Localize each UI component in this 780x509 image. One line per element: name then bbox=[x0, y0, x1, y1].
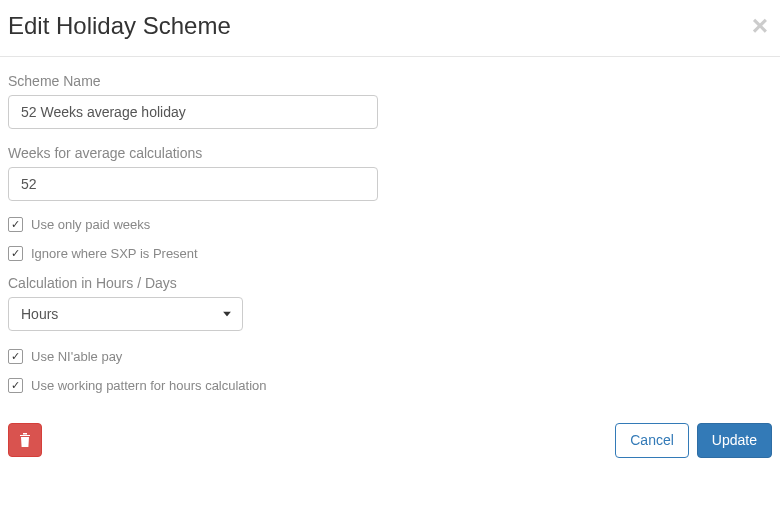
update-button[interactable]: Update bbox=[697, 423, 772, 458]
footer-actions: Cancel Update bbox=[615, 423, 772, 458]
ignore-sxp-label: Ignore where SXP is Present bbox=[31, 246, 198, 261]
use-paid-weeks-checkbox[interactable]: ✓ bbox=[8, 217, 23, 232]
use-niable-label: Use NI'able pay bbox=[31, 349, 122, 364]
ignore-sxp-row: ✓ Ignore where SXP is Present bbox=[8, 246, 772, 261]
use-working-pattern-checkbox[interactable]: ✓ bbox=[8, 378, 23, 393]
scheme-name-group: Scheme Name bbox=[8, 73, 772, 129]
cancel-button[interactable]: Cancel bbox=[615, 423, 689, 458]
calc-unit-label: Calculation in Hours / Days bbox=[8, 275, 772, 291]
close-icon[interactable]: × bbox=[748, 12, 772, 40]
scheme-name-label: Scheme Name bbox=[8, 73, 772, 89]
scheme-name-input[interactable] bbox=[8, 95, 378, 129]
modal-body: Scheme Name Weeks for average calculatio… bbox=[0, 57, 780, 409]
modal-header: Edit Holiday Scheme × bbox=[0, 0, 780, 57]
use-paid-weeks-label: Use only paid weeks bbox=[31, 217, 150, 232]
calc-unit-select[interactable]: Hours bbox=[8, 297, 243, 331]
weeks-label: Weeks for average calculations bbox=[8, 145, 772, 161]
use-niable-row: ✓ Use NI'able pay bbox=[8, 349, 772, 364]
use-paid-weeks-row: ✓ Use only paid weeks bbox=[8, 217, 772, 232]
calc-unit-select-wrap: Hours bbox=[8, 297, 243, 331]
trash-icon bbox=[19, 432, 31, 448]
weeks-input[interactable] bbox=[8, 167, 378, 201]
use-niable-checkbox[interactable]: ✓ bbox=[8, 349, 23, 364]
modal-footer: Cancel Update bbox=[0, 409, 780, 466]
edit-holiday-scheme-modal: Edit Holiday Scheme × Scheme Name Weeks … bbox=[0, 0, 780, 466]
use-working-pattern-label: Use working pattern for hours calculatio… bbox=[31, 378, 267, 393]
modal-title: Edit Holiday Scheme bbox=[8, 12, 231, 40]
weeks-group: Weeks for average calculations bbox=[8, 145, 772, 201]
use-working-pattern-row: ✓ Use working pattern for hours calculat… bbox=[8, 378, 772, 393]
calc-unit-group: Calculation in Hours / Days Hours bbox=[8, 275, 772, 331]
ignore-sxp-checkbox[interactable]: ✓ bbox=[8, 246, 23, 261]
delete-button[interactable] bbox=[8, 423, 42, 457]
